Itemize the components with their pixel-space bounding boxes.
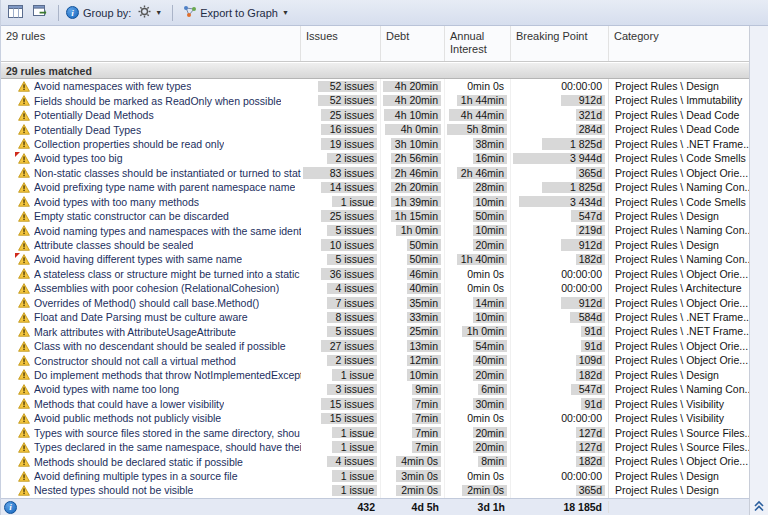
table-row[interactable]: Empty static constructor can be discarde… bbox=[1, 209, 749, 223]
table-row[interactable]: Methods that could have a lower visibili… bbox=[1, 397, 749, 411]
column-header-issues[interactable]: Issues bbox=[301, 26, 381, 61]
rule-name[interactable]: Potentially Dead Methods bbox=[34, 108, 154, 122]
table-row[interactable]: Types declared in the same namespace, sh… bbox=[1, 440, 749, 454]
rule-name[interactable]: Do implement methods that throw NotImple… bbox=[34, 368, 301, 382]
table-row[interactable]: Overrides of Method() should call base.M… bbox=[1, 296, 749, 310]
rule-name-cell[interactable]: Avoid namespaces with few types bbox=[1, 79, 301, 93]
rule-name-cell[interactable]: Mark attributes with AttributeUsageAttri… bbox=[1, 324, 301, 338]
rule-name-cell[interactable]: Nested types should not be visible bbox=[1, 483, 301, 497]
table-row[interactable]: Do implement methods that throw NotImple… bbox=[1, 368, 749, 382]
export-to-graph-button[interactable]: Export to Graph ▼ bbox=[180, 2, 292, 24]
column-header-annual-interest[interactable]: Annual Interest bbox=[445, 26, 511, 61]
rule-name-cell[interactable]: Fields should be marked as ReadOnly when… bbox=[1, 93, 301, 107]
table-row[interactable]: Class with no descendant should be seale… bbox=[1, 339, 749, 353]
rule-name[interactable]: Fields should be marked as ReadOnly when… bbox=[34, 94, 281, 108]
table-row[interactable]: Avoid types with too many methods1 issue… bbox=[1, 195, 749, 209]
rule-name-cell[interactable]: Avoid naming types and namespaces with t… bbox=[1, 223, 301, 237]
rule-name-cell[interactable]: Non-static classes should be instantiate… bbox=[1, 166, 301, 180]
table-row[interactable]: Non-static classes should be instantiate… bbox=[1, 166, 749, 180]
rule-name-cell[interactable]: Methods should be declared static if pos… bbox=[1, 454, 301, 468]
grid-view-button[interactable] bbox=[5, 2, 26, 24]
table-row[interactable]: Avoid naming types and namespaces with t… bbox=[1, 223, 749, 237]
rule-name[interactable]: Constructor should not call a virtual me… bbox=[34, 354, 236, 368]
info-icon[interactable]: i bbox=[4, 501, 17, 514]
table-row[interactable]: Avoid having different types with same n… bbox=[1, 252, 749, 266]
table-row[interactable]: Fields should be marked as ReadOnly when… bbox=[1, 93, 749, 107]
table-row[interactable]: Avoid namespaces with few types52 issues… bbox=[1, 79, 749, 93]
table-row[interactable]: Attribute classes should be sealed10 iss… bbox=[1, 238, 749, 252]
table-row[interactable]: A stateless class or structure might be … bbox=[1, 267, 749, 281]
table-row[interactable]: Avoid types with name too long3 issues9m… bbox=[1, 382, 749, 396]
group-header[interactable]: 29 rules matched bbox=[1, 62, 749, 79]
rule-name[interactable]: Collection properties should be read onl… bbox=[34, 137, 224, 151]
rule-name-cell[interactable]: Types with source files stored in the sa… bbox=[1, 426, 301, 440]
collapse-groups-button[interactable] bbox=[751, 499, 767, 514]
table-row[interactable]: Types with source files stored in the sa… bbox=[1, 426, 749, 440]
rule-name[interactable]: Methods should be declared static if pos… bbox=[34, 455, 243, 469]
rule-name-cell[interactable]: Do implement methods that throw NotImple… bbox=[1, 368, 301, 382]
table-row[interactable]: Methods should be declared static if pos… bbox=[1, 454, 749, 468]
rule-name-cell[interactable]: Avoid public methods not publicly visibl… bbox=[1, 411, 301, 425]
rule-name[interactable]: Float and Date Parsing must be culture a… bbox=[34, 310, 248, 324]
rule-name[interactable]: Potentially Dead Types bbox=[34, 123, 141, 137]
rule-name-cell[interactable]: Float and Date Parsing must be culture a… bbox=[1, 310, 301, 324]
rule-name[interactable]: Nested types should not be visible bbox=[34, 483, 193, 497]
rule-name[interactable]: Mark attributes with AttributeUsageAttri… bbox=[34, 325, 236, 339]
rule-name-cell[interactable]: Class with no descendant should be seale… bbox=[1, 339, 301, 353]
rule-name[interactable]: Avoid namespaces with few types bbox=[34, 79, 191, 93]
table-row[interactable]: Avoid public methods not publicly visibl… bbox=[1, 411, 749, 425]
rule-name-cell[interactable]: Avoid having different types with same n… bbox=[1, 252, 301, 266]
rule-name[interactable]: Avoid types with too many methods bbox=[34, 195, 199, 209]
table-row[interactable]: Avoid prefixing type name with parent na… bbox=[1, 180, 749, 194]
rule-name[interactable]: Methods that could have a lower visibili… bbox=[34, 397, 224, 411]
table-row[interactable]: Constructor should not call a virtual me… bbox=[1, 353, 749, 367]
table-row[interactable]: Avoid defining multiple types in a sourc… bbox=[1, 469, 749, 483]
table-row[interactable]: Potentially Dead Types16 issues4h 0min5h… bbox=[1, 122, 749, 136]
rule-name[interactable]: Types declared in the same namespace, sh… bbox=[34, 440, 301, 454]
column-header-category[interactable]: Category bbox=[609, 26, 749, 61]
rule-name[interactable]: Empty static constructor can be discarde… bbox=[34, 209, 229, 223]
table-row[interactable]: Avoid types too big2 issues2h 56min16min… bbox=[1, 151, 749, 165]
table-row[interactable]: Nested types should not be visible1 issu… bbox=[1, 483, 749, 497]
table-row[interactable]: Potentially Dead Methods25 issues4h 10mi… bbox=[1, 108, 749, 122]
rule-name-cell[interactable]: Avoid defining multiple types in a sourc… bbox=[1, 469, 301, 483]
rule-name-cell[interactable]: Assemblies with poor cohesion (Relationa… bbox=[1, 281, 301, 295]
rule-name[interactable]: Avoid having different types with same n… bbox=[34, 252, 242, 266]
rule-name[interactable]: Avoid naming types and namespaces with t… bbox=[34, 224, 301, 238]
table-row[interactable]: Float and Date Parsing must be culture a… bbox=[1, 310, 749, 324]
info-icon[interactable]: i bbox=[66, 6, 79, 19]
column-header-debt[interactable]: Debt bbox=[381, 26, 445, 61]
rule-name-cell[interactable]: Avoid prefixing type name with parent na… bbox=[1, 180, 301, 194]
rule-name[interactable]: Avoid prefixing type name with parent na… bbox=[34, 180, 295, 194]
rule-name-cell[interactable]: Potentially Dead Methods bbox=[1, 108, 301, 122]
rule-name-cell[interactable]: Types declared in the same namespace, sh… bbox=[1, 440, 301, 454]
rule-name-cell[interactable]: Methods that could have a lower visibili… bbox=[1, 397, 301, 411]
rule-name-cell[interactable]: Avoid types too big bbox=[1, 151, 301, 165]
rule-name-cell[interactable]: Empty static constructor can be discarde… bbox=[1, 209, 301, 223]
rule-name-cell[interactable]: Overrides of Method() should call base.M… bbox=[1, 296, 301, 310]
rule-name[interactable]: Overrides of Method() should call base.M… bbox=[34, 296, 259, 310]
rule-name[interactable]: Attribute classes should be sealed bbox=[34, 238, 193, 252]
table-row[interactable]: Collection properties should be read onl… bbox=[1, 137, 749, 151]
rule-name-cell[interactable]: A stateless class or structure might be … bbox=[1, 267, 301, 281]
rule-name-cell[interactable]: Attribute classes should be sealed bbox=[1, 238, 301, 252]
rule-name-cell[interactable]: Collection properties should be read onl… bbox=[1, 137, 301, 151]
table-row[interactable]: Assemblies with poor cohesion (Relationa… bbox=[1, 281, 749, 295]
rule-name[interactable]: A stateless class or structure might be … bbox=[34, 267, 300, 281]
open-window-button[interactable] bbox=[30, 2, 51, 24]
rule-name[interactable]: Avoid public methods not publicly visibl… bbox=[34, 411, 221, 425]
rule-name[interactable]: Avoid types with name too long bbox=[34, 382, 179, 396]
column-header-rules[interactable]: 29 rules bbox=[1, 26, 301, 61]
rule-name[interactable]: Class with no descendant should be seale… bbox=[34, 339, 286, 353]
rule-name-cell[interactable]: Avoid types with too many methods bbox=[1, 195, 301, 209]
column-header-breaking-point[interactable]: Breaking Point bbox=[511, 26, 609, 61]
rule-name-cell[interactable]: Avoid types with name too long bbox=[1, 382, 301, 396]
group-by-settings-button[interactable]: ▼ bbox=[135, 2, 165, 24]
table-row[interactable]: Mark attributes with AttributeUsageAttri… bbox=[1, 324, 749, 338]
rule-name-cell[interactable]: Potentially Dead Types bbox=[1, 122, 301, 136]
rule-name[interactable]: Assemblies with poor cohesion (Relationa… bbox=[34, 281, 279, 295]
rule-name[interactable]: Avoid defining multiple types in a sourc… bbox=[34, 469, 238, 483]
rule-name-cell[interactable]: Constructor should not call a virtual me… bbox=[1, 353, 301, 367]
rule-name[interactable]: Types with source files stored in the sa… bbox=[34, 426, 300, 440]
rule-name[interactable]: Avoid types too big bbox=[34, 151, 123, 165]
